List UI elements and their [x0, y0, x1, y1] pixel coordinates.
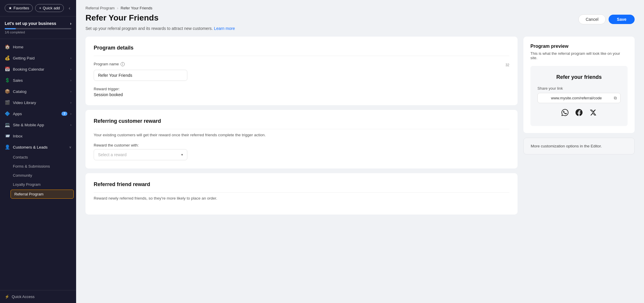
page-subtitle: Set up your referral program and its rew…	[85, 26, 635, 31]
program-name-input[interactable]	[94, 70, 187, 81]
sidebar-item-video-library[interactable]: 🎬 Video Library ›	[0, 97, 76, 108]
page-subtitle-text: Set up your referral program and its rew…	[85, 26, 213, 31]
preview-description: This is what the referral program will l…	[530, 51, 628, 60]
facebook-icon[interactable]	[576, 109, 583, 118]
catalog-icon: 📦	[5, 89, 10, 94]
chevron-right-icon: ›	[70, 90, 71, 93]
program-preview-card: Program preview This is what the referra…	[523, 37, 635, 133]
sidebar-subitem-community[interactable]: Community	[0, 171, 76, 180]
quick-access-section[interactable]: ⚡ Quick Access	[0, 290, 76, 303]
whatsapp-icon[interactable]	[561, 109, 568, 118]
main-header: Referral Program › Refer Your Friends Re…	[76, 0, 644, 37]
subitem-label: Forms & Submissions	[13, 164, 50, 168]
plus-icon: +	[39, 6, 41, 10]
quick-access-icon: ⚡	[5, 295, 9, 299]
reward-customer-label: Reward the customer with:	[94, 143, 509, 147]
chevron-down-icon: ▾	[181, 153, 183, 157]
sidebar-item-label: Apps	[13, 112, 59, 116]
subitem-label: Loyalty Program	[13, 182, 41, 187]
sidebar-item-customers-leads[interactable]: 👤 Customers & Leads ∨	[0, 142, 76, 153]
chevron-right-icon: ›	[70, 67, 71, 71]
sidebar-item-label: Booking Calendar	[13, 67, 67, 72]
sidebar-item-label: Home	[13, 45, 71, 49]
sidebar-item-sales[interactable]: 💲 Sales ›	[0, 75, 76, 86]
main-content: Referral Program › Refer Your Friends Re…	[76, 0, 644, 303]
apps-badge: 7	[61, 112, 67, 116]
sidebar-item-label: Video Library	[13, 101, 67, 105]
quick-access-label: Quick Access	[12, 295, 35, 299]
chevron-right-icon: ›	[70, 79, 71, 82]
breadcrumb-current: Refer Your Friends	[121, 6, 152, 10]
quick-add-label: Quick add	[43, 6, 60, 10]
sidebar: ★ Favorites + Quick add ‹ Let's set up y…	[0, 0, 76, 303]
sidebar-collapse-button[interactable]: ‹	[68, 4, 71, 12]
sidebar-item-label: Inbox	[13, 134, 71, 138]
chevron-right-icon: ›	[70, 56, 71, 60]
sidebar-nav: 🏠 Home 💰 Getting Paid › 📅 Booking Calend…	[0, 39, 76, 290]
referring-reward-desc: Your existing customers will get their r…	[94, 133, 509, 137]
chevron-right-icon: ›	[70, 112, 71, 115]
breadcrumb-separator: ›	[117, 6, 118, 10]
reward-trigger-label: Reward trigger:	[94, 87, 509, 91]
sidebar-item-inbox[interactable]: 📨 Inbox	[0, 130, 76, 142]
subitem-label: Referral Program	[14, 192, 44, 196]
program-name-label-text: Program name	[94, 62, 119, 66]
favorites-button[interactable]: ★ Favorites	[5, 4, 33, 12]
quick-add-button[interactable]: + Quick add	[35, 4, 64, 12]
sidebar-subitem-referral[interactable]: Referral Program	[11, 190, 74, 199]
page-actions: Cancel Save	[578, 13, 635, 24]
select-reward-dropdown[interactable]: Select a reward ▾	[94, 149, 187, 160]
sidebar-item-catalog[interactable]: 📦 Catalog ›	[0, 86, 76, 97]
sidebar-item-label: Getting Paid	[13, 56, 67, 60]
inbox-icon: 📨	[5, 133, 10, 139]
share-link-value: www.mysite.com/referral/code	[541, 96, 612, 100]
reward-trigger-value: Session booked	[94, 92, 509, 97]
apps-icon: 🔷	[5, 111, 10, 116]
page-title-row: Refer Your Friends Cancel Save	[85, 13, 635, 24]
page-title: Refer Your Friends	[85, 13, 158, 23]
sidebar-subitem-contacts[interactable]: Contacts	[0, 153, 76, 162]
referring-reward-card: Referring customer reward Your existing …	[85, 110, 518, 168]
sidebar-top-bar: ★ Favorites + Quick add ‹	[0, 0, 76, 16]
char-count: 32	[506, 63, 509, 67]
business-title-text: Let's set up your business	[5, 21, 56, 26]
progress-fill	[5, 28, 16, 29]
chevron-right-icon: ›	[70, 21, 71, 26]
referred-reward-desc: Reward newly referred friends, so they'r…	[94, 196, 509, 200]
referred-reward-card: Referred friend reward Reward newly refe…	[85, 173, 518, 215]
program-name-label: Program name i	[94, 62, 125, 66]
favorites-label: Favorites	[13, 6, 29, 10]
calendar-icon: 📅	[5, 67, 10, 72]
customers-icon: 👤	[5, 144, 10, 150]
learn-more-link[interactable]: Learn more	[214, 26, 235, 31]
editor-note-card: More customization options in the Editor…	[523, 138, 635, 154]
copy-icon[interactable]: ⧉	[614, 96, 617, 101]
sidebar-item-site-mobile[interactable]: 💻 Site & Mobile App ›	[0, 119, 76, 130]
program-details-card: Program details Program name i 32 Reward…	[85, 37, 518, 105]
sidebar-item-apps[interactable]: 🔷 Apps 7 ›	[0, 108, 76, 119]
info-icon[interactable]: i	[121, 62, 125, 66]
sidebar-item-getting-paid[interactable]: 💰 Getting Paid ›	[0, 52, 76, 64]
home-icon: 🏠	[5, 44, 10, 50]
sidebar-item-label: Sales	[13, 78, 67, 83]
select-reward-placeholder: Select a reward	[98, 152, 126, 157]
content-area: Program details Program name i 32 Reward…	[76, 37, 644, 303]
referring-reward-title: Referring customer reward	[94, 118, 509, 129]
twitter-icon[interactable]	[590, 109, 597, 118]
right-column: Program preview This is what the referra…	[523, 37, 635, 294]
cancel-button[interactable]: Cancel	[578, 14, 606, 24]
sidebar-subitem-loyalty[interactable]: Loyalty Program	[0, 180, 76, 189]
share-link-box: www.mysite.com/referral/code ⧉	[537, 93, 621, 103]
sidebar-item-home[interactable]: 🏠 Home	[0, 41, 76, 52]
sidebar-subitem-forms[interactable]: Forms & Submissions	[0, 162, 76, 171]
progress-bar	[5, 28, 71, 29]
star-icon: ★	[8, 6, 12, 10]
save-button[interactable]: Save	[609, 15, 635, 24]
chevron-right-icon: ›	[70, 123, 71, 127]
breadcrumb-parent[interactable]: Referral Program	[85, 6, 115, 10]
subitem-label: Contacts	[13, 155, 28, 159]
business-title[interactable]: Let's set up your business ›	[5, 21, 71, 26]
money-icon: 💰	[5, 55, 10, 61]
sidebar-item-booking-calendar[interactable]: 📅 Booking Calendar ›	[0, 64, 76, 75]
sidebar-item-label: Catalog	[13, 89, 67, 94]
